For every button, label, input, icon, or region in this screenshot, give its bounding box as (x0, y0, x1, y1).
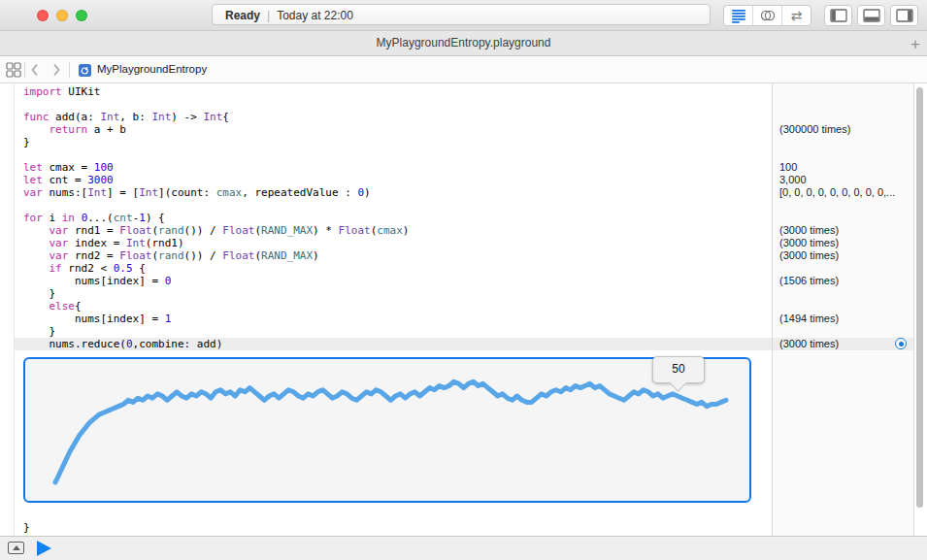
assistant-editor-icon (759, 8, 777, 23)
show-result-toggle[interactable] (895, 338, 907, 349)
toggle-debug-drawer-button[interactable] (8, 542, 24, 554)
close-icon[interactable] (37, 10, 49, 21)
code-token: nums[index] = (23, 275, 165, 287)
result-value[interactable]: (3000 times) (779, 338, 839, 350)
results-sidebar (773, 83, 913, 536)
jump-bar-file-name[interactable]: MyPlaygroundEntropy (97, 56, 207, 82)
triangle-up-icon (13, 545, 20, 550)
jump-bar-divider (24, 62, 25, 78)
code-token: in (62, 212, 75, 224)
code-token: if (50, 262, 62, 275)
code-token: rnd2 = (68, 249, 119, 262)
result-value[interactable]: 3,000 (779, 174, 807, 186)
code-line[interactable]: var rnd1 = Float(rand()) / Float(RAND_MA… (23, 224, 409, 237)
code-token: i (43, 212, 62, 224)
code-token: 100 (94, 161, 114, 174)
code-line[interactable]: } (23, 287, 55, 300)
code-token: nums.reduce( (23, 338, 126, 350)
code-token: Int (100, 111, 119, 123)
minimize-icon[interactable] (56, 10, 68, 21)
activity-status: Ready (225, 9, 260, 22)
activity-viewer: Ready|Today at 22:00 (212, 4, 711, 25)
related-items-icon (6, 62, 21, 78)
code-token: } (23, 287, 55, 300)
toggle-debug-area-button[interactable] (857, 5, 885, 26)
code-token: return (50, 123, 88, 136)
code-line[interactable]: let cmax = 100 (23, 161, 114, 174)
result-value[interactable]: (3000 times) (779, 249, 839, 262)
code-token: Float (119, 249, 151, 262)
maximize-icon[interactable] (76, 10, 87, 21)
code-token: 1 (165, 313, 172, 325)
code-token: ) { (146, 212, 165, 224)
title-bar: Ready|Today at 22:00 ⇄ (0, 0, 927, 31)
utilities-panel-icon (896, 9, 913, 22)
debug-bar (0, 536, 927, 560)
code-token (23, 224, 50, 237)
code-line[interactable]: } (23, 521, 30, 534)
code-line[interactable]: func add(a: Int, b: Int) -> Int{ (23, 111, 229, 123)
activity-time: Today at 22:00 (277, 9, 353, 22)
forward-button[interactable] (51, 62, 61, 82)
version-editor-button[interactable]: ⇄ (782, 6, 811, 25)
vertical-scrollbar[interactable] (916, 87, 923, 508)
result-value[interactable]: (1506 times) (779, 275, 839, 287)
code-line[interactable]: let cnt = 3000 (23, 174, 114, 186)
source-editor[interactable]: import UIKitfunc add(a: Int, b: Int) -> … (0, 83, 927, 536)
code-token: let (23, 174, 43, 186)
code-token: ) (364, 186, 371, 199)
code-token: add(a: (50, 111, 101, 123)
code-token: UIKit (62, 85, 101, 98)
code-line[interactable]: var rnd2 = Float(rand()) / Float(RAND_MA… (23, 249, 319, 262)
code-line[interactable]: return a + b (23, 123, 126, 136)
value-history-graph (25, 359, 749, 501)
code-line[interactable]: import UIKit (23, 85, 101, 98)
code-token: } (23, 325, 55, 338)
inline-result-graph[interactable]: 50 (23, 357, 751, 503)
code-token (23, 237, 50, 249)
code-line[interactable]: var nums:[Int] = [Int](count: cmax, repe… (23, 186, 371, 199)
code-token: let (23, 161, 43, 174)
toggle-navigator-button[interactable] (824, 5, 852, 26)
code-token: Int (203, 111, 222, 123)
related-items-button[interactable] (6, 62, 21, 82)
code-token: } (23, 136, 30, 148)
code-token: { (222, 111, 229, 123)
tab-bar: MyPlaygroundEntropy.playground + (0, 31, 927, 56)
code-line[interactable]: if rnd2 < 0.5 { (23, 262, 146, 275)
result-value[interactable]: [0, 0, 0, 0, 0, 0, 0, 0, 0,... (779, 186, 895, 199)
code-line[interactable]: } (23, 136, 30, 148)
code-line[interactable]: else{ (23, 300, 82, 313)
code-line[interactable]: nums[index] = 0 (23, 275, 171, 287)
assistant-editor-button[interactable] (753, 6, 782, 25)
back-button[interactable] (30, 62, 40, 82)
result-value[interactable]: (3000 times) (779, 224, 839, 237)
code-line[interactable]: } (23, 325, 55, 338)
code-token (23, 123, 50, 136)
result-value[interactable]: 100 (779, 161, 797, 174)
toggle-utilities-button[interactable] (890, 5, 918, 26)
code-token: ) (313, 249, 319, 262)
code-line[interactable]: var index = Int(rnd1) (23, 237, 184, 249)
standard-editor-button[interactable] (724, 6, 753, 25)
result-value[interactable]: (3000 times) (779, 237, 839, 249)
code-line[interactable]: nums.reduce(0,combine: add) (23, 338, 222, 350)
code-token: 1 (139, 212, 146, 224)
result-value[interactable]: (1494 times) (779, 313, 839, 325)
activity-separator: | (267, 9, 270, 22)
code-token: { (75, 300, 82, 313)
new-tab-button[interactable]: + (910, 32, 920, 56)
code-token: ](count: (158, 186, 216, 199)
result-value[interactable]: (300000 times) (779, 123, 850, 136)
code-token: 0.5 (114, 262, 133, 275)
code-token: rand (158, 224, 184, 237)
run-playground-button[interactable] (37, 541, 51, 556)
debug-panel-icon (863, 9, 880, 22)
code-line[interactable]: for i in 0...(cnt-1) { (23, 212, 165, 224)
tab-document-title[interactable]: MyPlaygroundEntropy.playground (0, 31, 927, 55)
code-token: cnt = (43, 174, 87, 186)
code-line[interactable]: nums[index] = 1 (23, 313, 171, 325)
jump-bar-divider (69, 62, 70, 78)
code-token: a + b (87, 123, 126, 136)
code-token: Int (126, 237, 146, 249)
